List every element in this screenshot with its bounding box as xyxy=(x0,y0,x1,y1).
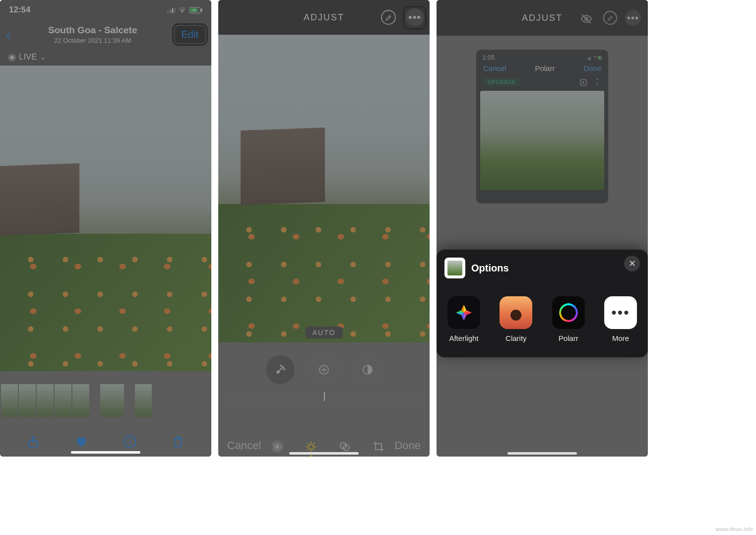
live-photo-badge[interactable]: LIVE ⌄ xyxy=(0,49,211,66)
close-button[interactable]: ✕ xyxy=(624,256,640,271)
upgrade-badge[interactable]: UPGRADE xyxy=(483,78,520,86)
adjust-title: ADJUST xyxy=(522,13,563,23)
svg-point-16 xyxy=(284,369,285,370)
info-icon[interactable] xyxy=(123,433,137,449)
options-sheet: Options ✕ xyxy=(437,250,648,357)
signal-icon xyxy=(167,5,176,15)
svg-rect-3 xyxy=(174,7,176,13)
home-indicator[interactable] xyxy=(507,452,577,455)
brilliance-dial[interactable] xyxy=(353,355,382,384)
polarr-toolbar-icons: ⋮ xyxy=(579,77,601,87)
extension-label: Afterlight xyxy=(449,334,478,342)
svg-rect-1 xyxy=(170,10,171,13)
polarr-done[interactable]: Done xyxy=(583,64,601,72)
options-thumbnail xyxy=(444,258,465,278)
svg-rect-34 xyxy=(598,57,601,59)
screenshot-2-adjust: ADJUST ••• AUTO Cancel xyxy=(218,0,430,457)
options-title: Options xyxy=(471,263,509,274)
thumbnail[interactable] xyxy=(1,384,18,417)
cancel-button[interactable]: Cancel xyxy=(227,439,261,452)
back-chevron-icon[interactable]: ‹ xyxy=(6,26,11,43)
filters-tab-icon[interactable] xyxy=(339,439,351,453)
auto-enhance-dial[interactable] xyxy=(266,355,295,384)
svg-point-32 xyxy=(595,58,596,59)
polarr-more-icon[interactable]: ⋮ xyxy=(593,77,601,87)
svg-point-15 xyxy=(282,367,283,368)
share-icon[interactable] xyxy=(26,433,40,449)
wifi-icon xyxy=(178,5,187,15)
extension-more[interactable]: ••• More xyxy=(604,296,637,342)
extension-afterlight[interactable]: Afterlight xyxy=(447,296,480,342)
adjust-dial-controls xyxy=(218,347,430,392)
live-tab-icon[interactable] xyxy=(271,439,283,453)
extension-label: Clarity xyxy=(505,334,527,342)
auto-label: AUTO xyxy=(313,329,336,336)
live-label: LIVE xyxy=(19,53,37,62)
battery-icon xyxy=(189,5,202,15)
photo-thumbnail-strip[interactable] xyxy=(0,384,211,417)
svg-point-4 xyxy=(182,12,183,13)
more-button[interactable]: ••• xyxy=(625,10,641,26)
polarr-extension-preview: 1:05 Cancel Polarr Done UPGRADE ⋮ xyxy=(476,50,608,203)
adjust-header: ADJUST ••• xyxy=(218,0,430,35)
close-icon: ✕ xyxy=(629,258,636,269)
clarity-icon xyxy=(500,296,532,329)
svg-point-8 xyxy=(11,56,13,59)
polarr-status-icons xyxy=(587,54,602,61)
home-indicator[interactable] xyxy=(71,451,140,454)
screenshot-3-options-sheet: ADJUST ••• 1:05 Cancel Polarr Done UPGRA… xyxy=(437,0,648,457)
edit-bottom-bar: Cancel Done xyxy=(218,439,430,453)
auto-chip: AUTO xyxy=(306,327,343,338)
edit-button-label: Edit xyxy=(182,29,198,40)
svg-rect-28 xyxy=(587,59,588,60)
svg-point-14 xyxy=(129,438,130,440)
photo-preview[interactable] xyxy=(0,66,211,371)
svg-rect-29 xyxy=(588,58,589,61)
status-bar: 12:54 xyxy=(0,0,211,20)
adjust-title: ADJUST xyxy=(304,12,344,23)
crop-tab-icon[interactable] xyxy=(373,439,384,453)
photo-nav-bar: ‹ South Goa - Salcete 22 October 2021 11… xyxy=(0,20,211,49)
svg-point-20 xyxy=(275,445,279,448)
adjust-slider[interactable] xyxy=(224,392,424,407)
photo-toolbar xyxy=(0,433,211,449)
thumbnail[interactable] xyxy=(72,384,89,417)
exposure-dial[interactable] xyxy=(310,355,338,384)
svg-point-23 xyxy=(309,444,314,449)
adjust-header: ADJUST ••• xyxy=(437,0,648,36)
favorite-heart-icon[interactable] xyxy=(74,433,88,449)
polarr-photo-preview xyxy=(480,91,604,190)
svg-rect-6 xyxy=(201,9,202,12)
polarr-icon xyxy=(552,296,585,329)
more-icon: ••• xyxy=(604,296,637,329)
extension-clarity[interactable]: Clarity xyxy=(500,296,532,342)
svg-rect-0 xyxy=(167,11,169,13)
trash-icon[interactable] xyxy=(171,433,185,449)
done-button[interactable]: Done xyxy=(394,439,421,452)
markup-icon[interactable] xyxy=(603,11,617,25)
chevron-down-icon: ⌄ xyxy=(40,53,47,61)
home-indicator[interactable] xyxy=(289,452,359,455)
ellipsis-icon: ••• xyxy=(627,12,639,24)
svg-rect-2 xyxy=(172,8,173,13)
edit-button[interactable]: Edit xyxy=(175,26,205,43)
polarr-status-time: 1:05 xyxy=(482,54,495,61)
extension-polarr[interactable]: Polarr xyxy=(552,296,585,342)
thumbnail[interactable] xyxy=(135,384,152,417)
polarr-cancel[interactable]: Cancel xyxy=(483,64,506,72)
extension-label: More xyxy=(612,334,629,342)
photo-date-subtitle: 22 October 2021 11:39 AM xyxy=(11,37,175,44)
edit-photo-preview[interactable]: AUTO xyxy=(218,35,430,342)
screenshot-1-photo-viewer: 12:54 ‹ South Goa - Salcete 22 October 2… xyxy=(0,0,211,457)
thumbnail[interactable] xyxy=(19,384,36,417)
more-button[interactable]: ••• xyxy=(406,8,424,26)
markup-icon[interactable] xyxy=(381,10,396,25)
adjust-tab-icon[interactable] xyxy=(305,439,317,453)
polarr-title: Polarr xyxy=(535,64,555,72)
polarr-add-icon[interactable] xyxy=(579,77,587,87)
thumbnail[interactable] xyxy=(37,384,54,417)
thumbnail[interactable] xyxy=(55,384,71,417)
extension-label: Polarr xyxy=(559,334,578,342)
thumbnail-current[interactable] xyxy=(100,384,124,417)
visibility-off-icon[interactable] xyxy=(580,11,592,25)
